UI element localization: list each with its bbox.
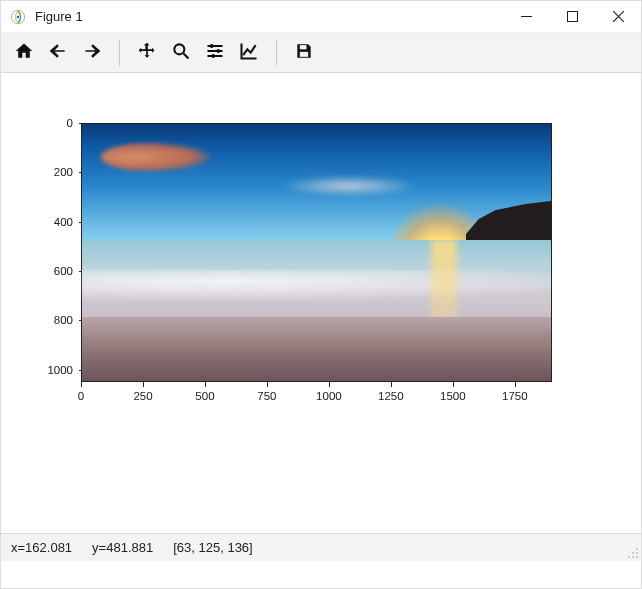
titlebar: Figure 1 — [1, 1, 641, 33]
svg-point-15 — [636, 556, 638, 558]
svg-point-7 — [211, 54, 215, 58]
svg-rect-8 — [300, 45, 307, 49]
y-tick-label: 600 — [54, 265, 73, 277]
y-tick-label: 1000 — [47, 364, 73, 376]
pan-icon — [137, 41, 157, 64]
svg-point-13 — [628, 556, 630, 558]
displayed-image — [82, 124, 551, 381]
pan-button[interactable] — [130, 37, 164, 69]
x-tick-label: 1500 — [440, 390, 466, 402]
maximize-button[interactable] — [549, 1, 595, 33]
x-tick-label: 500 — [195, 390, 214, 402]
toolbar-separator — [276, 40, 277, 66]
window-title: Figure 1 — [35, 9, 83, 24]
y-tick-label: 0 — [67, 117, 73, 129]
chart-line-icon — [239, 41, 259, 64]
y-tick-label: 400 — [54, 216, 73, 228]
save-button[interactable] — [287, 37, 321, 69]
zoom-button[interactable] — [164, 37, 198, 69]
sliders-icon — [205, 41, 225, 64]
close-button[interactable] — [595, 1, 641, 33]
figure-canvas[interactable]: 02004006008001000 0250500750100012501500… — [1, 73, 641, 561]
configure-subplots-button[interactable] — [198, 37, 232, 69]
statusbar: x=162.081 y=481.881 [63, 125, 136] — [1, 533, 641, 561]
cursor-y-readout: y=481.881 — [92, 540, 153, 555]
forward-button[interactable] — [75, 37, 109, 69]
svg-point-10 — [636, 548, 638, 550]
save-icon — [294, 41, 314, 64]
x-tick-label: 250 — [133, 390, 152, 402]
x-tick-label: 750 — [257, 390, 276, 402]
svg-rect-3 — [567, 12, 577, 22]
home-icon — [14, 41, 34, 64]
svg-point-11 — [632, 552, 634, 554]
x-tick-label: 1750 — [502, 390, 528, 402]
axes-frame — [81, 123, 552, 382]
app-icon — [9, 8, 27, 26]
x-tick-label: 0 — [78, 390, 84, 402]
svg-point-12 — [636, 552, 638, 554]
toolbar-separator — [119, 40, 120, 66]
arrow-right-icon — [82, 41, 102, 64]
home-button[interactable] — [7, 37, 41, 69]
svg-point-14 — [632, 556, 634, 558]
resize-grip-icon[interactable] — [627, 547, 639, 559]
toolbar — [1, 33, 641, 73]
cursor-rgb-readout: [63, 125, 136] — [173, 540, 253, 555]
y-tick-label: 200 — [54, 166, 73, 178]
back-button[interactable] — [41, 37, 75, 69]
y-axis-ticks: 02004006008001000 — [41, 123, 79, 382]
arrow-left-icon — [48, 41, 68, 64]
svg-rect-2 — [521, 16, 532, 17]
edit-axes-button[interactable] — [232, 37, 266, 69]
svg-point-1 — [17, 15, 20, 18]
svg-point-4 — [174, 44, 184, 54]
svg-point-5 — [210, 44, 214, 48]
minimize-button[interactable] — [503, 1, 549, 33]
x-tick-label: 1250 — [378, 390, 404, 402]
cursor-x-readout: x=162.081 — [11, 540, 72, 555]
svg-rect-9 — [300, 52, 308, 57]
x-tick-label: 1000 — [316, 390, 342, 402]
x-axis-ticks: 02505007501000125015001750 — [81, 382, 552, 404]
zoom-icon — [171, 41, 191, 64]
svg-point-6 — [216, 49, 220, 53]
y-tick-label: 800 — [54, 314, 73, 326]
